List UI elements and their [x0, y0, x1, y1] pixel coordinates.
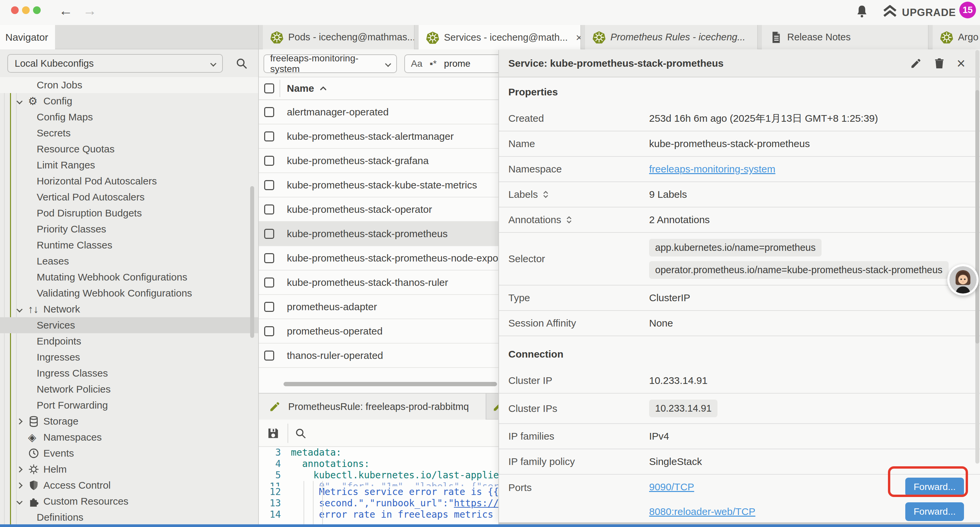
- detail-row-annotations: Annotations2 Annotations: [499, 207, 980, 233]
- search-icon[interactable]: [294, 427, 307, 439]
- sidebar-item-cron-jobs[interactable]: Cron Jobs: [0, 77, 258, 93]
- sidebar-item-limit-ranges[interactable]: Limit Ranges: [0, 157, 258, 173]
- sidebar-item-definitions[interactable]: Definitions: [0, 509, 258, 524]
- row-checkbox[interactable]: [264, 204, 274, 215]
- trash-icon[interactable]: [933, 57, 945, 69]
- detail-row-value: None: [649, 318, 673, 329]
- sidebar-scrollbar[interactable]: [250, 186, 254, 338]
- row-checkbox[interactable]: [264, 302, 274, 312]
- kubeconfig-selector-value: Local Kubeconfigs: [15, 58, 94, 69]
- sidebar-item-horizontal-pod-autoscalers[interactable]: Horizontal Pod Autoscalers: [0, 173, 258, 189]
- code-text: annotations:: [291, 458, 369, 470]
- sidebar-item-helm[interactable]: Helm: [0, 461, 258, 477]
- table-horizontal-scrollbar[interactable]: [283, 382, 497, 386]
- port-link[interactable]: 9090/TCP: [649, 481, 694, 493]
- sort-updown-icon[interactable]: [541, 190, 550, 199]
- close-icon[interactable]: ×: [576, 31, 581, 44]
- row-checkbox[interactable]: [264, 107, 274, 117]
- namespace-filter-select[interactable]: freeleaps-monitoring-system: [264, 54, 397, 73]
- chevron-down-icon[interactable]: [16, 498, 22, 504]
- sidebar-item-port-forwarding[interactable]: Port Forwarding: [0, 397, 258, 413]
- avatar-girl-illustration: [949, 266, 977, 293]
- detail-row-name: Namekube-prometheus-stack-prometheus: [499, 131, 980, 157]
- tab-navigator[interactable]: Navigator: [0, 25, 55, 49]
- panel-scrollbar[interactable]: [975, 50, 979, 463]
- editor-tab[interactable]: Argo Se: [932, 25, 980, 49]
- sidebar-item-custom-resources[interactable]: Custom Resources: [0, 493, 258, 509]
- detail-row-value: 253d 16h 6m ago (2025年1月13日 GMT+8 1:25:3…: [649, 112, 878, 126]
- chevron-right-icon[interactable]: [16, 466, 22, 472]
- sidebar-item-access-control[interactable]: Access Control: [0, 477, 258, 493]
- sort-updown-icon[interactable]: [565, 215, 574, 224]
- sidebar-item-events[interactable]: Events: [0, 445, 258, 461]
- row-checkbox[interactable]: [264, 277, 274, 288]
- chevron-right-icon[interactable]: [16, 418, 22, 424]
- dock-tab-prometheusrule[interactable]: PrometheusRule: freeleaps-prod-rabbitmq: [259, 393, 486, 420]
- sidebar-item-resource-quotas[interactable]: Resource Quotas: [0, 141, 258, 157]
- editor-tab[interactable]: Prometheus Rules - icecheng...: [585, 25, 758, 49]
- sidebar-item-ingress-classes[interactable]: Ingress Classes: [0, 365, 258, 381]
- properties-heading: Properties: [499, 78, 980, 106]
- sidebar-item-config[interactable]: ⚙Config: [0, 93, 258, 109]
- shield-icon: [28, 480, 39, 491]
- select-all-checkbox[interactable]: [264, 83, 274, 93]
- sidebar-item-validating-webhook-configurations[interactable]: Validating Webhook Configurations: [0, 285, 258, 301]
- assistant-avatar[interactable]: [947, 264, 978, 296]
- forward-arrow-icon[interactable]: →: [83, 3, 97, 19]
- sidebar-item-config-maps[interactable]: Config Maps: [0, 109, 258, 125]
- sidebar-item-vertical-pod-autoscalers[interactable]: Vertical Pod Autoscalers: [0, 189, 258, 205]
- search-icon[interactable]: [235, 57, 248, 70]
- maximize-traffic-light[interactable]: [33, 6, 41, 14]
- close-traffic-light[interactable]: [11, 6, 19, 14]
- regex-toggle[interactable]: ▪*: [430, 58, 437, 69]
- edit-pencil-icon[interactable]: [910, 57, 922, 69]
- back-arrow-icon[interactable]: ←: [59, 3, 73, 19]
- namespace-link[interactable]: freeleaps-monitoring-system: [649, 164, 775, 175]
- row-checkbox[interactable]: [264, 229, 274, 239]
- editor-tab[interactable]: Pods - icecheng@mathmas...: [263, 25, 415, 49]
- sidebar-item-namespaces[interactable]: ◈Namespaces: [0, 429, 258, 445]
- sidebar-item-network-policies[interactable]: Network Policies: [0, 381, 258, 397]
- minimize-traffic-light[interactable]: [22, 6, 30, 14]
- sidebar-item-leases[interactable]: Leases: [0, 253, 258, 269]
- kubeconfig-selector[interactable]: Local Kubeconfigs: [7, 54, 223, 73]
- close-icon[interactable]: ×: [957, 57, 965, 69]
- row-checkbox[interactable]: [264, 350, 274, 361]
- editor-tab[interactable]: Services - icecheng@math...×: [418, 25, 581, 50]
- sort-ascending-icon[interactable]: [318, 83, 328, 93]
- editor-tab[interactable]: Release Notes: [762, 25, 929, 49]
- sidebar-item-secrets[interactable]: Secrets: [0, 125, 258, 141]
- upgrade-icon[interactable]: [883, 4, 897, 19]
- row-checkbox[interactable]: [264, 131, 274, 142]
- row-checkbox[interactable]: [264, 326, 274, 336]
- sidebar-item-ingresses[interactable]: Ingresses: [0, 349, 258, 365]
- chevron-right-icon[interactable]: [16, 482, 22, 488]
- upgrade-label[interactable]: UPGRADE: [902, 7, 956, 19]
- sidebar-item-priority-classes[interactable]: Priority Classes: [0, 221, 258, 237]
- forward-button[interactable]: Forward...: [905, 478, 964, 496]
- chevron-down-icon[interactable]: [16, 98, 22, 104]
- notification-badge[interactable]: 15: [959, 2, 976, 18]
- sidebar-item-services[interactable]: Services: [0, 317, 258, 333]
- table-search-input[interactable]: Aa ▪* prome: [404, 54, 511, 73]
- service-name-cell: alertmanager-operated: [287, 107, 388, 118]
- match-case-toggle[interactable]: Aa: [411, 58, 422, 69]
- sidebar-item-pod-disruption-budgets[interactable]: Pod Disruption Budgets: [0, 205, 258, 221]
- sidebar-item-network[interactable]: ↑↓Network: [0, 301, 258, 317]
- detail-row-value: SingleStack: [649, 456, 702, 467]
- forward-button[interactable]: Forward...: [905, 502, 964, 521]
- bell-icon[interactable]: [854, 4, 869, 19]
- detail-row-label: Selector: [508, 253, 649, 264]
- port-link[interactable]: 8080:reloader-web/TCP: [649, 506, 756, 517]
- sidebar-item-storage[interactable]: Storage: [0, 413, 258, 429]
- row-checkbox[interactable]: [264, 253, 274, 263]
- chevron-down-icon[interactable]: [16, 306, 22, 312]
- row-checkbox[interactable]: [264, 180, 274, 190]
- name-column-header[interactable]: Name: [287, 83, 314, 94]
- save-icon[interactable]: [267, 427, 280, 439]
- value-chip: app.kubernetes.io/name=prometheus: [649, 239, 822, 256]
- row-checkbox[interactable]: [264, 156, 274, 166]
- sidebar-item-mutating-webhook-configurations[interactable]: Mutating Webhook Configurations: [0, 269, 258, 285]
- sidebar-item-runtime-classes[interactable]: Runtime Classes: [0, 237, 258, 253]
- sidebar-item-endpoints[interactable]: Endpoints: [0, 333, 258, 349]
